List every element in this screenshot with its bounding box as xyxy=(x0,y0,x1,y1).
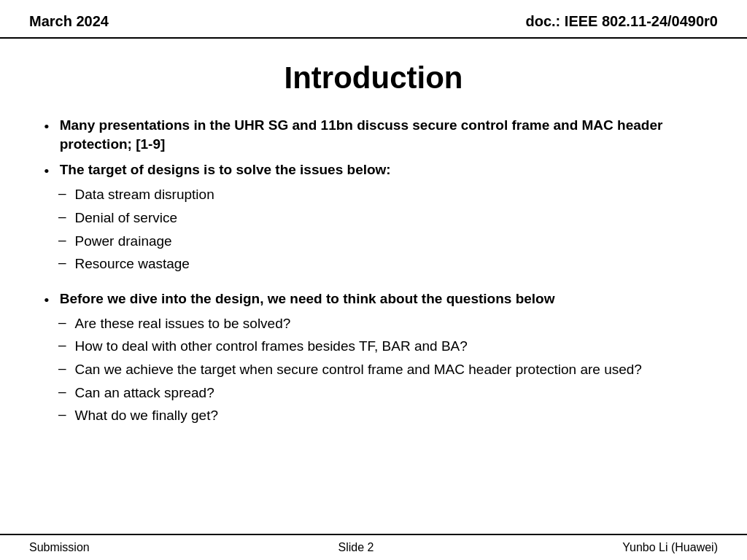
bullet-item-1: • Many presentations in the UHR SG and 1… xyxy=(44,116,703,153)
header-doc: doc.: IEEE 802.11-24/0490r0 xyxy=(526,13,719,30)
sub-item-2-3: – Power drainage xyxy=(58,232,214,251)
sub-text-2-1: Data stream disruption xyxy=(75,185,214,204)
sub-text-3-4: Can an attack spread? xyxy=(75,384,214,402)
bullet-dot-2: • xyxy=(44,162,50,181)
bullet-text-3: Before we dive into the design, we need … xyxy=(60,289,555,308)
sub-item-3-1: – Are these real issues to be solved? xyxy=(58,314,642,333)
sub-list-3: – Are these real issues to be solved? – … xyxy=(58,314,642,429)
sub-dash-3-1: – xyxy=(58,314,66,330)
sub-dash-3-2: – xyxy=(58,337,66,353)
sub-text-3-3: Can we achieve the target when secure co… xyxy=(75,360,642,379)
bullet-item-3: • Before we dive into the design, we nee… xyxy=(44,289,703,434)
sub-item-2-4: – Resource wastage xyxy=(58,254,214,273)
sub-text-3-5: What do we finally get? xyxy=(75,406,218,425)
slide: March 2024 doc.: IEEE 802.11-24/0490r0 I… xyxy=(0,0,747,560)
sub-text-3-2: How to deal with other control frames be… xyxy=(75,337,468,356)
sub-item-3-4: – Can an attack spread? xyxy=(58,384,642,402)
sub-dash-2-4: – xyxy=(58,254,66,271)
footer-author: Yunbo Li (Huawei) xyxy=(622,541,718,554)
bullet-text-2: The target of designs is to solve the is… xyxy=(60,160,391,179)
bullet-item-2: • The target of designs is to solve the … xyxy=(44,160,703,282)
sub-dash-3-3: – xyxy=(58,360,66,376)
sub-item-3-5: – What do we finally get? xyxy=(58,406,642,425)
sub-item-2-1: – Data stream disruption xyxy=(58,185,214,204)
sub-text-2-2: Denial of service xyxy=(75,209,177,228)
sub-item-3-3: – Can we achieve the target when secure … xyxy=(58,360,642,379)
sub-text-2-4: Resource wastage xyxy=(75,254,190,273)
bullet-dot-1: • xyxy=(44,117,50,136)
bullet-text-1: Many presentations in the UHR SG and 11b… xyxy=(60,116,703,153)
sub-dash-3-5: – xyxy=(58,406,66,422)
sub-item-2-2: – Denial of service xyxy=(58,209,214,228)
sub-dash-2-3: – xyxy=(58,232,66,248)
main-bullet-list: • Many presentations in the UHR SG and 1… xyxy=(44,116,703,441)
slide-header: March 2024 doc.: IEEE 802.11-24/0490r0 xyxy=(0,0,747,39)
sub-list-2: – Data stream disruption – Denial of ser… xyxy=(58,185,214,278)
footer-slide-number: Slide 2 xyxy=(338,541,374,554)
slide-content: Introduction • Many presentations in the… xyxy=(0,39,747,534)
sub-dash-2-1: – xyxy=(58,185,66,201)
header-date: March 2024 xyxy=(29,13,109,30)
sub-item-3-2: – How to deal with other control frames … xyxy=(58,337,642,356)
footer-submission: Submission xyxy=(29,541,90,554)
sub-text-2-3: Power drainage xyxy=(75,232,172,251)
bullet-dot-3: • xyxy=(44,291,50,310)
slide-footer: Submission Slide 2 Yunbo Li (Huawei) xyxy=(0,534,747,560)
slide-title: Introduction xyxy=(44,61,703,96)
sub-text-3-1: Are these real issues to be solved? xyxy=(75,314,291,333)
sub-dash-3-4: – xyxy=(58,384,66,400)
sub-dash-2-2: – xyxy=(58,209,66,225)
